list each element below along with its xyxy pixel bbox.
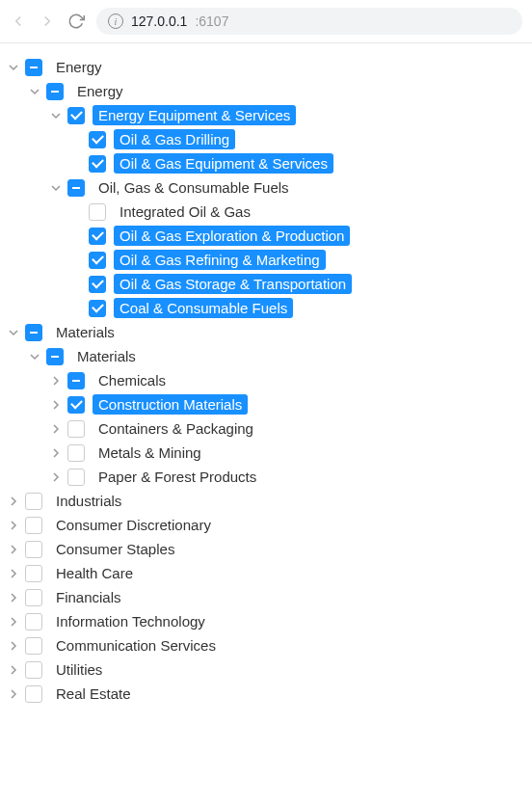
checkbox-oil-gas-equipment-services[interactable] [89, 155, 106, 173]
tree-label[interactable]: Real Estate [50, 683, 137, 704]
tree-row-metals-mining[interactable]: Metals & Mining [48, 441, 526, 465]
expand-toggle[interactable] [6, 638, 21, 654]
tree-row-real-estate[interactable]: Real Estate [6, 682, 526, 706]
expand-toggle[interactable] [48, 469, 64, 485]
tree-label[interactable]: Communication Services [50, 635, 222, 656]
checkbox-integrated-oil-gas[interactable] [89, 203, 106, 221]
expand-toggle[interactable] [6, 542, 21, 557]
tree-row-oil-gas-drilling[interactable]: Oil & Gas Drilling [69, 127, 526, 151]
tree-label[interactable]: Financials [50, 587, 127, 607]
tree-row-oil-gas-consumable-fuels[interactable]: Oil, Gas & Consumable Fuels [48, 175, 526, 200]
tree-row-materials[interactable]: Materials [6, 320, 526, 344]
tree-label[interactable]: Integrated Oil & Gas [114, 201, 256, 222]
tree-row-chemicals[interactable]: Chemicals [48, 368, 526, 392]
expand-toggle[interactable] [48, 397, 64, 413]
tree-label[interactable]: Materials [50, 322, 120, 342]
expand-toggle[interactable] [6, 566, 21, 581]
checkbox-coal-consumable-fuels[interactable] [89, 300, 106, 317]
tree-row-energy[interactable]: Energy [6, 55, 526, 79]
expand-toggle[interactable] [48, 421, 64, 437]
expand-toggle[interactable] [48, 180, 64, 196]
tree-row-utilities[interactable]: Utilities [6, 657, 526, 682]
tree-label[interactable]: Oil, Gas & Consumable Fuels [93, 177, 295, 198]
expand-toggle[interactable] [48, 373, 64, 389]
checkbox-oil-gas-storage-transportation[interactable] [89, 276, 106, 293]
expand-toggle[interactable] [6, 325, 21, 340]
expand-toggle[interactable] [6, 686, 21, 702]
checkbox-metals-mining[interactable] [67, 444, 85, 462]
tree-row-energy[interactable]: Energy [27, 79, 526, 103]
tree-row-health-care[interactable]: Health Care [6, 561, 526, 585]
tree-label[interactable]: Oil & Gas Storage & Transportation [114, 274, 352, 294]
expand-toggle[interactable] [6, 614, 21, 630]
tree-row-oil-gas-storage-transportation[interactable]: Oil & Gas Storage & Transportation [69, 272, 526, 296]
checkbox-oil-gas-exploration-production[interactable] [89, 228, 106, 245]
checkbox-materials[interactable] [25, 324, 42, 341]
checkbox-paper-forest-products[interactable] [67, 469, 85, 486]
tree-label[interactable]: Construction Materials [93, 394, 248, 415]
tree-label[interactable]: Energy [50, 57, 108, 77]
tree-row-materials[interactable]: Materials [27, 344, 526, 368]
tree-label[interactable]: Consumer Staples [50, 539, 180, 559]
tree-label[interactable]: Industrials [50, 491, 127, 511]
checkbox-oil-gas-drilling[interactable] [89, 131, 106, 148]
checkbox-consumer-discretionary[interactable] [25, 517, 42, 534]
tree-label[interactable]: Consumer Discretionary [50, 515, 217, 535]
tree-label[interactable]: Energy Equipment & Services [93, 105, 296, 125]
checkbox-containers-packaging[interactable] [67, 420, 85, 438]
tree-label[interactable]: Oil & Gas Equipment & Services [114, 153, 333, 174]
tree-label[interactable]: Containers & Packaging [93, 418, 259, 439]
tree-label[interactable]: Paper & Forest Products [93, 467, 262, 487]
checkbox-financials[interactable] [25, 589, 42, 606]
expand-toggle[interactable] [48, 445, 64, 461]
tree-label[interactable]: Materials [71, 346, 142, 366]
expand-toggle[interactable] [27, 84, 42, 99]
tree-label[interactable]: Oil & Gas Exploration & Production [114, 226, 350, 246]
checkbox-oil-gas-refining-marketing[interactable] [89, 252, 106, 269]
checkbox-energy[interactable] [25, 59, 42, 76]
tree-label[interactable]: Information Technology [50, 611, 211, 631]
expand-toggle[interactable] [48, 108, 64, 123]
tree-row-coal-consumable-fuels[interactable]: Coal & Consumable Fuels [69, 296, 526, 320]
checkbox-chemicals[interactable] [67, 372, 85, 389]
tree-row-information-technology[interactable]: Information Technology [6, 609, 526, 633]
tree-row-communication-services[interactable]: Communication Services [6, 633, 526, 657]
tree-row-consumer-staples[interactable]: Consumer Staples [6, 537, 526, 561]
tree-label[interactable]: Energy [71, 81, 129, 101]
checkbox-real-estate[interactable] [25, 685, 42, 703]
checkbox-consumer-staples[interactable] [25, 541, 42, 558]
expand-toggle[interactable] [6, 590, 21, 605]
tree-row-oil-gas-equipment-services[interactable]: Oil & Gas Equipment & Services [69, 151, 526, 175]
expand-toggle[interactable] [6, 662, 21, 678]
checkbox-energy-equipment-services[interactable] [67, 107, 85, 124]
tree-label[interactable]: Health Care [50, 563, 139, 583]
tree-row-consumer-discretionary[interactable]: Consumer Discretionary [6, 513, 526, 537]
reload-button[interactable] [67, 13, 85, 30]
tree-row-oil-gas-refining-marketing[interactable]: Oil & Gas Refining & Marketing [69, 248, 526, 272]
forward-button[interactable] [39, 13, 56, 30]
tree-row-financials[interactable]: Financials [6, 585, 526, 609]
checkbox-utilities[interactable] [25, 661, 42, 679]
tree-label[interactable]: Oil & Gas Drilling [114, 129, 235, 149]
tree-row-industrials[interactable]: Industrials [6, 489, 526, 513]
checkbox-construction-materials[interactable] [67, 396, 85, 414]
expand-toggle[interactable] [6, 60, 21, 75]
checkbox-industrials[interactable] [25, 493, 42, 510]
checkbox-communication-services[interactable] [25, 637, 42, 655]
tree-label[interactable]: Oil & Gas Refining & Marketing [114, 250, 326, 270]
expand-toggle[interactable] [6, 518, 21, 533]
tree-label[interactable]: Chemicals [93, 370, 172, 390]
site-info-icon[interactable]: i [108, 13, 123, 29]
checkbox-energy[interactable] [46, 83, 64, 100]
checkbox-information-technology[interactable] [25, 613, 42, 630]
expand-toggle[interactable] [6, 494, 21, 509]
tree-label[interactable]: Metals & Mining [93, 442, 207, 463]
checkbox-materials[interactable] [46, 348, 64, 365]
checkbox-oil-gas-consumable-fuels[interactable] [67, 179, 85, 197]
tree-row-construction-materials[interactable]: Construction Materials [48, 392, 526, 416]
tree-label[interactable]: Utilities [50, 659, 108, 680]
checkbox-health-care[interactable] [25, 565, 42, 582]
tree-row-paper-forest-products[interactable]: Paper & Forest Products [48, 465, 526, 489]
back-button[interactable] [10, 13, 27, 30]
tree-row-containers-packaging[interactable]: Containers & Packaging [48, 416, 526, 441]
